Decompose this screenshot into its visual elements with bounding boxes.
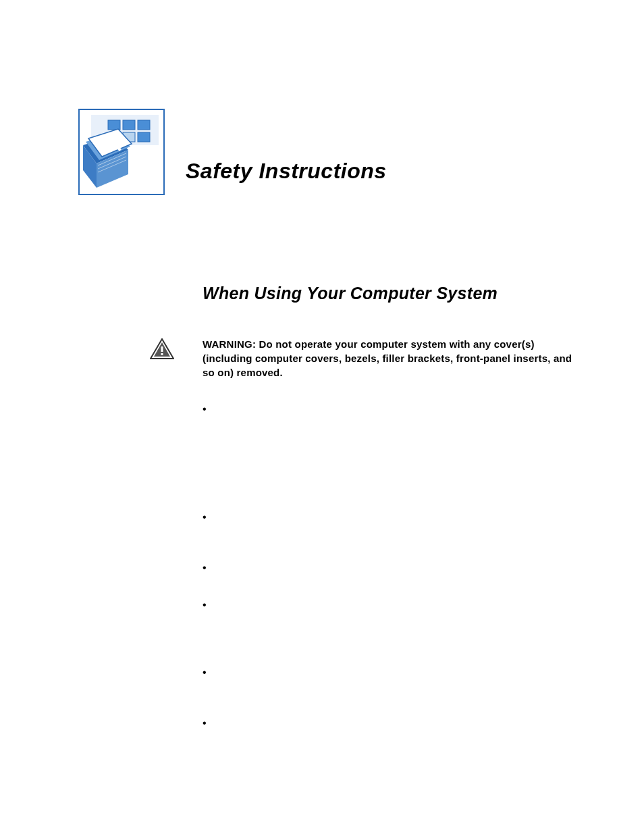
list-item [203,717,576,731]
svg-rect-3 [123,120,135,130]
warning-body: Do not operate your computer system with… [203,338,572,378]
bullet-list [203,403,576,731]
content-area: When Using Your Computer System WARNING:… [203,284,576,731]
svg-rect-18 [161,346,163,352]
page-title: Safety Instructions [186,159,387,196]
warning-block: WARNING: Do not operate your computer sy… [203,337,576,380]
svg-rect-2 [108,120,120,130]
warning-label: WARNING: [203,338,259,350]
warning-icon-wrap [150,337,184,363]
header-row: Safety Instructions [78,108,576,196]
svg-rect-4 [138,120,150,130]
svg-rect-19 [161,353,163,355]
document-page: Safety Instructions When Using Your Comp… [0,0,644,785]
book-keyboard-icon [78,108,165,196]
section-heading: When Using Your Computer System [203,284,576,303]
svg-rect-7 [138,132,150,142]
list-item [203,667,576,680]
warning-triangle-icon [150,338,174,360]
list-item [203,599,576,613]
warning-text: WARNING: Do not operate your computer sy… [203,337,576,380]
list-item [203,403,576,417]
list-item [203,511,576,525]
list-item [203,562,576,575]
